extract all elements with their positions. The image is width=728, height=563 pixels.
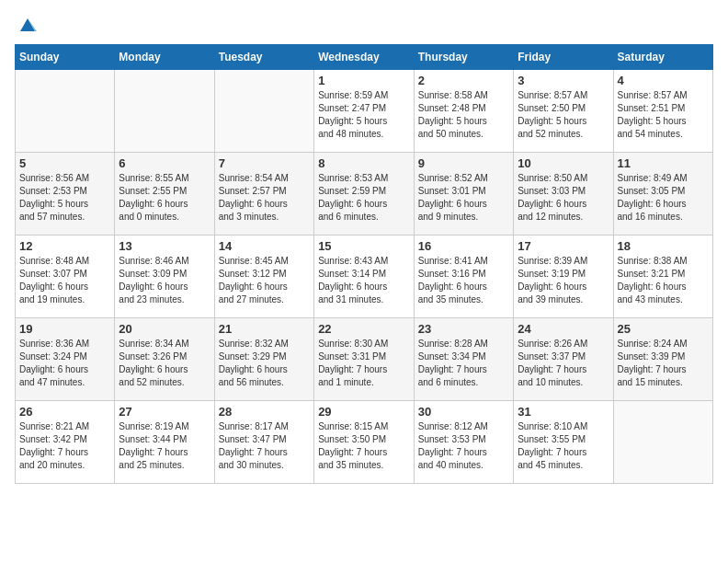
calendar-week-row: 19Sunrise: 8:36 AM Sunset: 3:24 PM Dayli… [16,318,713,401]
calendar-cell: 5Sunrise: 8:56 AM Sunset: 2:53 PM Daylig… [16,153,115,236]
day-info: Sunrise: 8:19 AM Sunset: 3:44 PM Dayligh… [119,420,210,472]
calendar-cell: 4Sunrise: 8:57 AM Sunset: 2:51 PM Daylig… [613,70,713,153]
day-number: 1 [318,74,410,87]
day-number: 19 [19,322,110,336]
day-number: 25 [618,322,710,336]
day-info: Sunrise: 8:54 AM Sunset: 2:57 PM Dayligh… [219,172,310,224]
calendar-cell: 11Sunrise: 8:49 AM Sunset: 3:05 PM Dayli… [613,153,713,236]
day-info: Sunrise: 8:39 AM Sunset: 3:19 PM Dayligh… [518,255,609,306]
day-number: 27 [119,405,210,419]
calendar-cell: 25Sunrise: 8:24 AM Sunset: 3:39 PM Dayli… [613,318,713,401]
day-info: Sunrise: 8:49 AM Sunset: 3:05 PM Dayligh… [618,172,710,224]
day-number: 21 [219,322,310,336]
day-number: 9 [418,156,509,170]
calendar-cell: 23Sunrise: 8:28 AM Sunset: 3:34 PM Dayli… [414,318,513,401]
weekday-header-saturday: Saturday [613,45,713,70]
calendar-cell: 28Sunrise: 8:17 AM Sunset: 3:47 PM Dayli… [214,401,313,484]
day-info: Sunrise: 8:12 AM Sunset: 3:53 PM Dayligh… [418,420,509,472]
day-number: 15 [318,239,410,253]
day-info: Sunrise: 8:53 AM Sunset: 2:59 PM Dayligh… [318,172,410,224]
day-info: Sunrise: 8:59 AM Sunset: 2:47 PM Dayligh… [318,89,410,141]
calendar-week-row: 1Sunrise: 8:59 AM Sunset: 2:47 PM Daylig… [16,70,713,153]
day-number: 12 [19,239,110,253]
logo [15,15,39,33]
day-info: Sunrise: 8:36 AM Sunset: 3:24 PM Dayligh… [19,338,110,389]
day-number: 22 [318,322,410,336]
day-number: 30 [418,405,509,419]
calendar-cell: 26Sunrise: 8:21 AM Sunset: 3:42 PM Dayli… [16,401,115,484]
day-info: Sunrise: 8:52 AM Sunset: 3:01 PM Dayligh… [418,172,509,224]
day-number: 28 [219,405,310,419]
calendar-cell: 2Sunrise: 8:58 AM Sunset: 2:48 PM Daylig… [414,70,513,153]
day-info: Sunrise: 8:21 AM Sunset: 3:42 PM Dayligh… [19,420,110,472]
day-number: 14 [219,239,310,253]
day-number: 8 [318,156,410,170]
day-number: 6 [119,156,210,170]
day-info: Sunrise: 8:50 AM Sunset: 3:03 PM Dayligh… [518,172,609,224]
day-number: 3 [518,74,609,87]
day-info: Sunrise: 8:28 AM Sunset: 3:34 PM Dayligh… [418,338,509,389]
day-info: Sunrise: 8:38 AM Sunset: 3:21 PM Dayligh… [618,255,710,306]
day-info: Sunrise: 8:57 AM Sunset: 2:50 PM Dayligh… [518,89,609,141]
day-number: 5 [19,156,110,170]
calendar-cell: 27Sunrise: 8:19 AM Sunset: 3:44 PM Dayli… [115,401,214,484]
day-number: 29 [318,405,410,419]
calendar-cell: 30Sunrise: 8:12 AM Sunset: 3:53 PM Dayli… [414,401,513,484]
calendar-cell: 17Sunrise: 8:39 AM Sunset: 3:19 PM Dayli… [514,236,613,318]
day-info: Sunrise: 8:57 AM Sunset: 2:51 PM Dayligh… [618,89,710,141]
day-number: 24 [518,322,609,336]
weekday-header-thursday: Thursday [414,45,513,70]
calendar-cell: 3Sunrise: 8:57 AM Sunset: 2:50 PM Daylig… [514,70,613,153]
calendar-cell: 24Sunrise: 8:26 AM Sunset: 3:37 PM Dayli… [514,318,613,401]
calendar-cell: 1Sunrise: 8:59 AM Sunset: 2:47 PM Daylig… [314,70,415,153]
day-info: Sunrise: 8:56 AM Sunset: 2:53 PM Dayligh… [19,172,110,224]
weekday-header-wednesday: Wednesday [314,45,415,70]
day-number: 18 [618,239,710,253]
calendar-cell [16,70,115,153]
day-info: Sunrise: 8:58 AM Sunset: 2:48 PM Dayligh… [418,89,509,141]
svg-marker-0 [20,18,35,31]
day-info: Sunrise: 8:43 AM Sunset: 3:14 PM Dayligh… [318,255,410,306]
calendar-cell: 13Sunrise: 8:46 AM Sunset: 3:09 PM Dayli… [115,236,214,318]
calendar-cell: 12Sunrise: 8:48 AM Sunset: 3:07 PM Dayli… [16,236,115,318]
day-number: 11 [618,156,710,170]
day-number: 17 [518,239,609,253]
calendar-cell: 7Sunrise: 8:54 AM Sunset: 2:57 PM Daylig… [214,153,313,236]
calendar-cell [115,70,214,153]
day-number: 13 [119,239,210,253]
day-number: 7 [219,156,310,170]
day-number: 16 [418,239,509,253]
day-info: Sunrise: 8:46 AM Sunset: 3:09 PM Dayligh… [119,255,210,306]
weekday-header-friday: Friday [514,45,613,70]
day-info: Sunrise: 8:55 AM Sunset: 2:55 PM Dayligh… [119,172,210,224]
calendar-cell: 19Sunrise: 8:36 AM Sunset: 3:24 PM Dayli… [16,318,115,401]
day-number: 20 [119,322,210,336]
day-info: Sunrise: 8:45 AM Sunset: 3:12 PM Dayligh… [219,255,310,306]
calendar-week-row: 26Sunrise: 8:21 AM Sunset: 3:42 PM Dayli… [16,401,713,484]
weekday-header-monday: Monday [115,45,214,70]
day-info: Sunrise: 8:10 AM Sunset: 3:55 PM Dayligh… [518,420,609,472]
calendar-cell: 29Sunrise: 8:15 AM Sunset: 3:50 PM Dayli… [314,401,415,484]
logo-icon [17,15,39,37]
day-number: 23 [418,322,509,336]
day-number: 4 [618,74,710,87]
weekday-header-row: SundayMondayTuesdayWednesdayThursdayFrid… [16,45,713,70]
calendar-cell: 21Sunrise: 8:32 AM Sunset: 3:29 PM Dayli… [214,318,313,401]
calendar-cell: 16Sunrise: 8:41 AM Sunset: 3:16 PM Dayli… [414,236,513,318]
calendar-table: SundayMondayTuesdayWednesdayThursdayFrid… [15,44,713,484]
day-info: Sunrise: 8:26 AM Sunset: 3:37 PM Dayligh… [518,338,609,389]
calendar-cell [214,70,313,153]
day-info: Sunrise: 8:41 AM Sunset: 3:16 PM Dayligh… [418,255,509,306]
calendar-cell [613,401,713,484]
day-info: Sunrise: 8:34 AM Sunset: 3:26 PM Dayligh… [119,338,210,389]
day-info: Sunrise: 8:32 AM Sunset: 3:29 PM Dayligh… [219,338,310,389]
day-info: Sunrise: 8:17 AM Sunset: 3:47 PM Dayligh… [219,420,310,472]
calendar-cell: 20Sunrise: 8:34 AM Sunset: 3:26 PM Dayli… [115,318,214,401]
day-number: 26 [19,405,110,419]
day-info: Sunrise: 8:48 AM Sunset: 3:07 PM Dayligh… [19,255,110,306]
calendar-cell: 6Sunrise: 8:55 AM Sunset: 2:55 PM Daylig… [115,153,214,236]
calendar-cell: 14Sunrise: 8:45 AM Sunset: 3:12 PM Dayli… [214,236,313,318]
calendar-cell: 22Sunrise: 8:30 AM Sunset: 3:31 PM Dayli… [314,318,415,401]
weekday-header-tuesday: Tuesday [214,45,313,70]
calendar-cell: 10Sunrise: 8:50 AM Sunset: 3:03 PM Dayli… [514,153,613,236]
